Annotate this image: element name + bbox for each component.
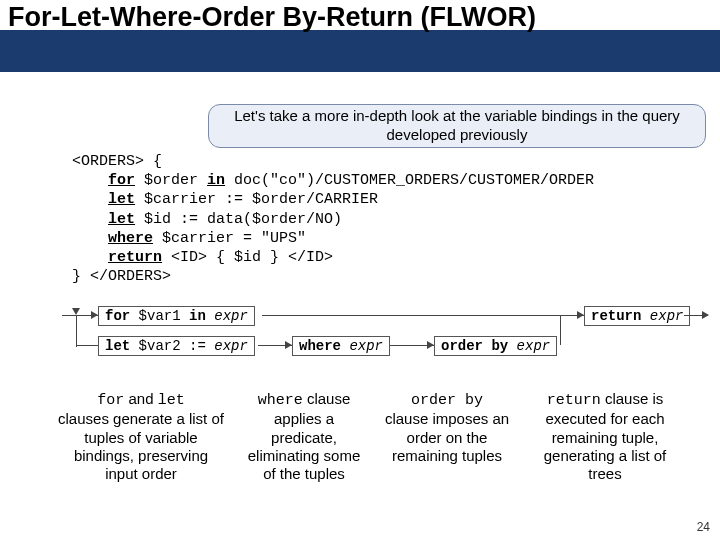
- code-block: <ORDERS> { for $order in doc("co")/CUSTO…: [72, 152, 594, 286]
- arrow-icon: [285, 341, 292, 349]
- kw-in: in: [207, 172, 225, 189]
- explain-return: return clause is executed for each remai…: [530, 390, 680, 483]
- kw-for: for: [108, 172, 135, 189]
- box-orderby: order by expr: [434, 336, 557, 356]
- box-for: for $var1 in expr: [98, 306, 255, 326]
- kw: in: [189, 308, 206, 324]
- intro-callout: Let's take a more in-depth look at the v…: [208, 104, 706, 148]
- txt: $var2 :=: [130, 338, 214, 354]
- connector: [76, 315, 77, 347]
- code-l2b: doc("co")/CUSTOMER_ORDERS/CUSTOMER/ORDER: [225, 172, 594, 189]
- code-l1: <ORDERS> {: [72, 153, 162, 170]
- connector: [560, 315, 561, 345]
- kw: order by: [411, 392, 483, 409]
- explain-where: where clause applies a predicate, elimin…: [244, 390, 364, 483]
- kw: for: [105, 308, 130, 324]
- txt: $var1: [130, 308, 189, 324]
- kw: let: [158, 392, 185, 409]
- box-where: where expr: [292, 336, 390, 356]
- txt: and: [124, 390, 157, 407]
- connector: [76, 345, 98, 346]
- kw: let: [105, 338, 130, 354]
- explain-row: for and let clauses generate a list of t…: [0, 390, 720, 483]
- code-l6: <ID> { $id } </ID>: [162, 249, 333, 266]
- kw: where: [299, 338, 341, 354]
- arrow-icon: [427, 341, 434, 349]
- arrow-icon: [577, 311, 584, 319]
- expr: expr: [508, 338, 550, 354]
- slide-title: For-Let-Where-Order By-Return (FLWOR): [8, 2, 536, 33]
- code-l3: $carrier := $order/CARRIER: [135, 191, 378, 208]
- kw-where: where: [108, 230, 153, 247]
- slide-number: 24: [697, 520, 710, 534]
- connector: [262, 315, 584, 316]
- code-l7: } </ORDERS>: [72, 268, 171, 285]
- box-let: let $var2 := expr: [98, 336, 255, 356]
- box-return: return expr: [584, 306, 690, 326]
- expr: expr: [641, 308, 683, 324]
- explain-for-let: for and let clauses generate a list of t…: [56, 390, 226, 483]
- code-l2a: $order: [135, 172, 207, 189]
- intro-text: Let's take a more in-depth look at the v…: [219, 107, 695, 145]
- expr: expr: [206, 308, 248, 324]
- kw: return: [547, 392, 601, 409]
- kw: where: [258, 392, 303, 409]
- kw: return: [591, 308, 641, 324]
- kw-let1: let: [108, 191, 135, 208]
- txt: clause imposes an order on the remaining…: [385, 410, 509, 464]
- kw-return: return: [108, 249, 162, 266]
- explain-orderby: order byclause imposes an order on the r…: [382, 390, 512, 483]
- txt: clauses generate a list of tuples of var…: [58, 410, 224, 482]
- arrow-icon: [91, 311, 98, 319]
- kw-let2: let: [108, 211, 135, 228]
- arrow-icon: [72, 308, 80, 315]
- expr: expr: [214, 338, 248, 354]
- expr: expr: [341, 338, 383, 354]
- title-bar: [0, 30, 720, 72]
- kw: order by: [441, 338, 508, 354]
- kw: for: [97, 392, 124, 409]
- code-l4: $id := data($order/NO): [135, 211, 342, 228]
- arrow-icon: [702, 311, 709, 319]
- code-l5: $carrier = "UPS": [153, 230, 306, 247]
